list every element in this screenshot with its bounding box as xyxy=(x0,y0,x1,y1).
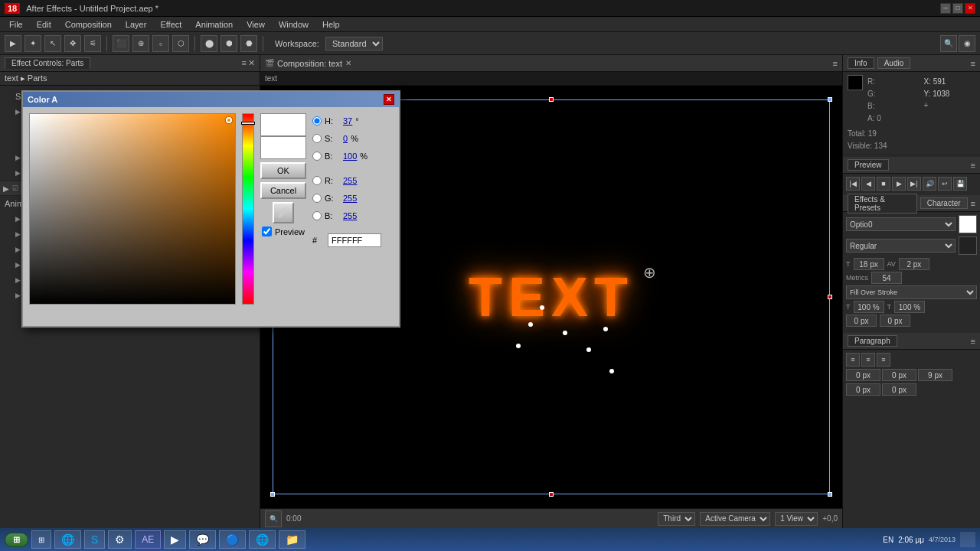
maximize-button[interactable]: □ xyxy=(952,3,963,14)
toolbar-btn-3[interactable]: ↖ xyxy=(44,35,61,52)
glow-check[interactable]: ☑ xyxy=(12,184,18,192)
para-top-input[interactable] xyxy=(918,369,952,381)
preview-menu[interactable]: ≡ xyxy=(971,161,975,170)
ci-b2-value[interactable]: 255 xyxy=(343,211,357,220)
comp-view-select[interactable]: Third xyxy=(658,512,695,526)
toolbar-btn-9[interactable]: ⬡ xyxy=(172,35,189,52)
handle-tr[interactable] xyxy=(828,97,832,102)
para-menu[interactable]: ≡ xyxy=(971,337,975,346)
tab-info[interactable]: Info xyxy=(848,57,874,69)
taskbar-ie2-btn[interactable]: 🌐 xyxy=(249,530,276,549)
color-cancel-button[interactable]: Cancel xyxy=(260,182,306,199)
workspace-select[interactable]: Standard xyxy=(325,37,383,51)
para-before-input[interactable] xyxy=(846,383,880,396)
ci-r-value[interactable]: 255 xyxy=(343,176,357,185)
taskbar-skype-btn[interactable]: S xyxy=(84,530,105,549)
para-left-input[interactable] xyxy=(846,369,880,381)
toolbar-btn-12[interactable]: ⬣ xyxy=(240,35,257,52)
font-size-input[interactable] xyxy=(854,258,884,270)
minimize-button[interactable]: ─ xyxy=(940,3,951,14)
align-right-btn[interactable]: ≡ xyxy=(877,353,890,367)
glow-collapse-icon[interactable]: ▶ xyxy=(3,184,9,193)
taskbar-whatsapp-btn[interactable]: 💬 xyxy=(189,530,216,549)
taskbar-chrome-btn[interactable]: 🔵 xyxy=(219,530,246,549)
preview-prev-btn[interactable]: ◀ xyxy=(861,177,875,191)
para-after-input[interactable] xyxy=(882,383,916,396)
preview-first-btn[interactable]: |◀ xyxy=(846,177,860,191)
ci-hex-input[interactable] xyxy=(328,233,381,247)
color-ok-button[interactable]: OK xyxy=(260,162,306,179)
menu-layer[interactable]: Layer xyxy=(119,18,153,31)
ci-b-radio[interactable] xyxy=(312,152,322,161)
toolbar-btn-1[interactable]: ▶ xyxy=(5,35,21,52)
toolbar-btn-11[interactable]: ⬢ xyxy=(220,35,237,52)
menu-view[interactable]: View xyxy=(240,18,271,31)
taskbar-ie-btn[interactable]: 🌐 xyxy=(54,530,81,549)
window-close-button[interactable]: ✕ xyxy=(965,3,975,14)
handle-bl[interactable] xyxy=(270,492,275,497)
small-color-swatch[interactable] xyxy=(959,236,977,255)
menu-effect[interactable]: Effect xyxy=(154,18,188,31)
comp-camera-select[interactable]: Active Camera xyxy=(700,512,770,526)
ci-r-radio[interactable] xyxy=(312,176,322,185)
effects-panel-tab[interactable]: Effect Controls: Parts xyxy=(5,57,90,69)
tab-audio[interactable]: Audio xyxy=(877,57,911,69)
font-color-swatch[interactable] xyxy=(959,215,977,233)
tab-paragraph[interactable]: Paragraph xyxy=(848,335,897,347)
add-icon-btn[interactable]: + xyxy=(924,101,976,109)
ci-s-radio[interactable] xyxy=(312,134,322,143)
fill-select[interactable]: Fill Over Stroke xyxy=(846,285,977,299)
extra-btn[interactable]: ◉ xyxy=(959,35,975,52)
right-panel-menu[interactable]: ≡ xyxy=(971,59,975,68)
handle-mr[interactable] xyxy=(828,295,832,299)
tab-preview[interactable]: Preview xyxy=(848,159,889,171)
para-right-input[interactable] xyxy=(882,369,916,381)
eyedropper-button[interactable]: 🖌 xyxy=(273,202,294,223)
comp-menu-icon[interactable]: ≡ xyxy=(833,59,838,68)
toolbar-btn-2[interactable]: ✦ xyxy=(24,35,41,52)
vert-scale-input[interactable] xyxy=(894,301,925,313)
preview-loop-btn[interactable]: ↩ xyxy=(938,177,952,191)
kerning-input[interactable] xyxy=(899,258,929,270)
toolbar-btn-4[interactable]: ✥ xyxy=(64,35,81,52)
horiz-scale-input[interactable] xyxy=(854,301,884,313)
taskbar-windows-btn[interactable]: ⊞ xyxy=(31,530,51,549)
toolbar-btn-6[interactable]: ⬛ xyxy=(113,35,129,52)
menu-animation[interactable]: Animation xyxy=(189,18,239,31)
ci-h-radio[interactable] xyxy=(312,116,322,126)
handle-bm[interactable] xyxy=(549,492,554,497)
align-left-btn[interactable]: ≡ xyxy=(846,353,860,367)
toolbar-btn-5[interactable]: ⚟ xyxy=(84,35,101,52)
preview-save-btn[interactable]: 💾 xyxy=(953,177,967,191)
handle-tm[interactable] xyxy=(549,97,554,102)
taskbar-misc-btn[interactable]: 📁 xyxy=(279,530,305,549)
toolbar-btn-10[interactable]: ⬤ xyxy=(201,35,217,52)
baseline-input[interactable] xyxy=(846,315,877,327)
font-style-select[interactable]: Regular xyxy=(846,239,956,253)
comp-tab-close[interactable]: ✕ xyxy=(345,59,351,67)
ci-s-value[interactable]: 0 xyxy=(343,134,348,143)
comp-resolution-select[interactable]: 1 View xyxy=(775,512,818,526)
toolbar-btn-8[interactable]: ⬦ xyxy=(152,35,169,52)
search-btn[interactable]: 🔍 xyxy=(940,35,957,52)
hue-bar[interactable] xyxy=(242,113,254,305)
handle-br[interactable] xyxy=(828,492,832,497)
taskbar-steam-btn[interactable]: ⚙ xyxy=(108,530,132,549)
ci-h-value[interactable]: 37 xyxy=(343,116,352,126)
comp-zoom-in[interactable]: 🔍 xyxy=(265,510,282,527)
menu-help[interactable]: Help xyxy=(316,18,346,31)
preview-audio-btn[interactable]: 🔊 xyxy=(923,177,936,191)
ci-b2-radio[interactable] xyxy=(312,211,322,220)
ci-b-value[interactable]: 100 xyxy=(343,152,357,161)
menu-file[interactable]: File xyxy=(3,18,29,31)
color-dialog-close-btn[interactable]: ✕ xyxy=(384,94,394,105)
ci-g-radio[interactable] xyxy=(312,194,322,203)
tracking-input[interactable] xyxy=(871,272,902,284)
toolbar-btn-7[interactable]: ⊕ xyxy=(132,35,149,52)
taskbar-ae-btn[interactable]: AE xyxy=(135,530,161,549)
preview-checkbox[interactable] xyxy=(262,227,272,236)
menu-window[interactable]: Window xyxy=(273,18,315,31)
fx-char-menu[interactable]: ≡ xyxy=(971,199,975,208)
start-button[interactable]: ⊞ xyxy=(5,533,28,547)
color-gradient-picker[interactable] xyxy=(29,113,236,305)
